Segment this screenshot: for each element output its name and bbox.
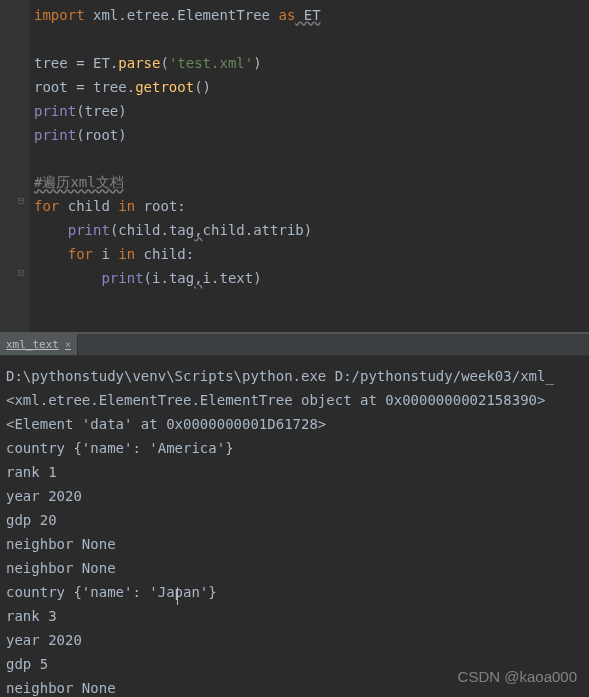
keyword-import: import xyxy=(34,7,85,23)
console-line: country {'name': 'Japan'} xyxy=(6,584,217,600)
code-text: child: xyxy=(135,246,194,262)
console-line: year 2020 xyxy=(6,488,82,504)
editor-gutter: ⊟ ⊡ xyxy=(0,0,30,332)
tab-label: xml_text xyxy=(6,338,59,351)
console-line: neighbor None xyxy=(6,560,116,576)
console-line: gdp 5 xyxy=(6,656,48,672)
code-text: child xyxy=(59,198,118,214)
comma-warn: , xyxy=(194,222,202,238)
keyword-as: as xyxy=(278,7,295,23)
console-line: rank 1 xyxy=(6,464,57,480)
console-line: <xml.etree.ElementTree.ElementTree objec… xyxy=(6,392,545,408)
code-text: root: xyxy=(135,198,186,214)
builtin-print: print xyxy=(34,103,76,119)
code-text: (child.tag xyxy=(110,222,194,238)
comment-line: #遍历xml文档 xyxy=(34,174,124,190)
code-text: ) xyxy=(253,55,261,71)
console-tab-bar: xml_text × xyxy=(0,334,589,356)
editor-pane: ⊟ ⊡ import xml.etree.ElementTree as ET t… xyxy=(0,0,589,332)
console-line: year 2020 xyxy=(6,632,82,648)
builtin-print: print xyxy=(68,222,110,238)
indent xyxy=(34,222,68,238)
keyword-for: for xyxy=(34,198,59,214)
indent xyxy=(34,270,101,286)
code-text: xml.etree.ElementTree xyxy=(85,7,279,23)
keyword-for: for xyxy=(68,246,93,262)
indent xyxy=(34,246,68,262)
code-text: (tree) xyxy=(76,103,127,119)
code-text: root = tree. xyxy=(34,79,135,95)
console-line: rank 3 xyxy=(6,608,57,624)
code-text: (root) xyxy=(76,127,127,143)
fold-minus-icon[interactable]: ⊟ xyxy=(18,196,24,206)
console-line: <Element 'data' at 0x0000000001D61728> xyxy=(6,416,326,432)
code-text: ( xyxy=(160,55,168,71)
code-area[interactable]: import xml.etree.ElementTree as ET tree … xyxy=(30,0,589,332)
code-text: i xyxy=(93,246,118,262)
string-literal: 'test.xml' xyxy=(169,55,253,71)
console-line: gdp 20 xyxy=(6,512,57,528)
console-line: neighbor None xyxy=(6,536,116,552)
code-text: () xyxy=(194,79,211,95)
code-text: i.text) xyxy=(203,270,262,286)
comma-warn: , xyxy=(194,270,202,286)
fold-close-icon[interactable]: ⊡ xyxy=(18,268,24,278)
alias-et: ET xyxy=(295,7,320,23)
code-text: tree = ET. xyxy=(34,55,118,71)
builtin-print: print xyxy=(34,127,76,143)
console-line: country {'name': 'America'} xyxy=(6,440,234,456)
keyword-in: in xyxy=(118,198,135,214)
text-cursor-icon xyxy=(177,587,178,605)
close-icon[interactable]: × xyxy=(65,339,71,350)
code-text: (i.tag xyxy=(144,270,195,286)
console-line: D:\pythonstudy\venv\Scripts\python.exe D… xyxy=(6,368,554,384)
console-line: neighbor None xyxy=(6,680,116,696)
code-text: child.attrib) xyxy=(203,222,313,238)
console-output[interactable]: D:\pythonstudy\venv\Scripts\python.exe D… xyxy=(0,356,589,697)
tab-xml-text[interactable]: xml_text × xyxy=(0,334,78,355)
func-parse: parse xyxy=(118,55,160,71)
builtin-print: print xyxy=(101,270,143,286)
keyword-in: in xyxy=(118,246,135,262)
func-getroot: getroot xyxy=(135,79,194,95)
